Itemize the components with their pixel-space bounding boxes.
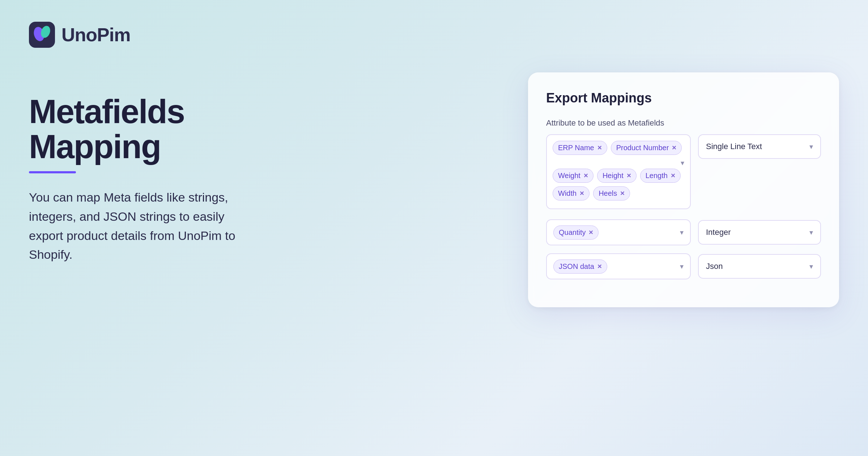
export-card: Export Mappings Attribute to be used as … bbox=[528, 72, 839, 307]
mapping-row-3: JSON data ✕ ▾ Json ▾ bbox=[546, 253, 821, 279]
tag-heels-remove[interactable]: ✕ bbox=[620, 190, 625, 197]
tags-container: ERP Name ✕ Product Number ✕ ▾ bbox=[553, 141, 684, 167]
tag-heels[interactable]: Heels ✕ bbox=[593, 186, 630, 200]
type-select-row1-arrow: ▾ bbox=[809, 142, 813, 151]
tag-length[interactable]: Length ✕ bbox=[640, 169, 681, 183]
tag-width-remove[interactable]: ✕ bbox=[579, 190, 584, 197]
quantity-select-arrow[interactable]: ▾ bbox=[680, 228, 684, 237]
tag-product-number-remove[interactable]: ✕ bbox=[672, 144, 676, 151]
tag-product-number-label: Product Number bbox=[616, 144, 669, 152]
tag-length-label: Length bbox=[646, 172, 668, 180]
tags-line-3: Width ✕ Heels ✕ bbox=[553, 186, 684, 200]
quantity-tags: Quantity ✕ bbox=[553, 225, 599, 240]
right-panel: Export Mappings Attribute to be used as … bbox=[528, 72, 839, 307]
tag-erp-name-label: ERP Name bbox=[558, 144, 594, 152]
tag-heels-label: Heels bbox=[599, 189, 617, 198]
type-select-row1-label: Single Line Text bbox=[706, 142, 762, 151]
tag-quantity-remove[interactable]: ✕ bbox=[588, 229, 593, 236]
tag-height-remove[interactable]: ✕ bbox=[626, 172, 631, 179]
metafields-label: Attribute to be used as Metafields bbox=[546, 118, 821, 128]
json-select[interactable]: JSON data ✕ ▾ bbox=[546, 253, 691, 279]
left-content: Metafields Mapping You can map Meta fiel… bbox=[29, 94, 253, 264]
tag-json-data-remove[interactable]: ✕ bbox=[597, 263, 602, 270]
json-select-arrow[interactable]: ▾ bbox=[680, 262, 684, 271]
type-select-row2[interactable]: Integer ▾ bbox=[698, 220, 821, 245]
tags-wrap: ERP Name ✕ Product Number ✕ ▾ bbox=[553, 141, 684, 167]
logo-text: UnoPim bbox=[61, 24, 130, 46]
heading-underline bbox=[29, 171, 76, 173]
tag-quantity-label: Quantity bbox=[559, 228, 586, 237]
tag-height[interactable]: Height ✕ bbox=[597, 169, 637, 183]
tag-quantity[interactable]: Quantity ✕ bbox=[553, 225, 599, 240]
tag-width-label: Width bbox=[558, 189, 576, 198]
mapping-row-2: Quantity ✕ ▾ Integer ▾ bbox=[546, 219, 821, 245]
tag-erp-name-remove[interactable]: ✕ bbox=[597, 144, 602, 151]
main-heading: Metafields Mapping bbox=[29, 94, 253, 164]
type-select-row2-label: Integer bbox=[706, 228, 731, 237]
description-text: You can map Meta fields like strings, in… bbox=[29, 188, 253, 264]
tag-length-remove[interactable]: ✕ bbox=[671, 172, 675, 179]
json-tags: JSON data ✕ bbox=[553, 259, 607, 274]
tag-json-data-label: JSON data bbox=[559, 262, 594, 271]
tag-weight[interactable]: Weight ✕ bbox=[553, 169, 593, 183]
type-select-row1[interactable]: Single Line Text ▾ bbox=[698, 134, 821, 159]
type-select-row2-arrow: ▾ bbox=[809, 228, 813, 237]
tag-json-data[interactable]: JSON data ✕ bbox=[553, 259, 607, 274]
quantity-select[interactable]: Quantity ✕ ▾ bbox=[546, 219, 691, 245]
card-title: Export Mappings bbox=[546, 90, 821, 106]
tags-line-2: Weight ✕ Height ✕ Length ✕ bbox=[553, 169, 684, 183]
type-select-row3-label: Json bbox=[706, 262, 723, 271]
tag-width[interactable]: Width ✕ bbox=[553, 186, 590, 200]
metafields-row: ERP Name ✕ Product Number ✕ ▾ Wei bbox=[546, 134, 821, 209]
type-select-row3[interactable]: Json ▾ bbox=[698, 254, 821, 279]
logo-icon bbox=[29, 22, 55, 48]
type-select-row3-arrow: ▾ bbox=[809, 262, 813, 271]
tag-product-number[interactable]: Product Number ✕ bbox=[611, 141, 682, 155]
tag-height-label: Height bbox=[603, 172, 624, 180]
multi-select-arrow[interactable]: ▾ bbox=[681, 159, 684, 167]
metafields-multi-select[interactable]: ERP Name ✕ Product Number ✕ ▾ Wei bbox=[546, 134, 691, 209]
tag-weight-remove[interactable]: ✕ bbox=[583, 172, 588, 179]
tag-weight-label: Weight bbox=[558, 172, 580, 180]
logo-area: UnoPim bbox=[29, 22, 130, 48]
tag-erp-name[interactable]: ERP Name ✕ bbox=[553, 141, 607, 155]
